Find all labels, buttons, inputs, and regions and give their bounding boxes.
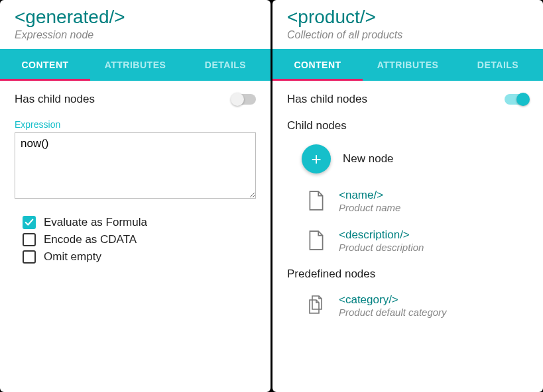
has-child-label: Has child nodes [15, 93, 95, 106]
tab-details[interactable]: DETAILS [453, 49, 543, 81]
check-label: Omit empty [44, 250, 101, 264]
node-subtitle: Collection of all products [287, 29, 528, 41]
file-icon [306, 188, 327, 213]
node-item-text: <category/> Product default category [339, 293, 447, 318]
tabs: CONTENT ATTRIBUTES DETAILS [272, 49, 543, 81]
has-child-label: Has child nodes [287, 93, 367, 106]
check-label: Evaluate as Formula [44, 216, 147, 229]
node-item-text: <name/> Product name [339, 189, 400, 213]
child-nodes-label: Child nodes [287, 119, 528, 132]
tab-details[interactable]: DETAILS [180, 49, 271, 81]
node-item-title: <description/> [339, 228, 424, 242]
node-title: <generated/> [15, 7, 256, 28]
file-icon [306, 228, 327, 253]
has-child-toggle[interactable] [232, 94, 256, 105]
new-node-button[interactable]: + New node [302, 144, 528, 173]
checkbox-icon [23, 216, 36, 229]
node-subtitle: Expression node [15, 29, 256, 41]
node-item-text: <description/> Product description [339, 228, 424, 253]
has-child-toggle[interactable] [505, 94, 528, 105]
header: <generated/> Expression node [0, 0, 271, 49]
checkbox-icon [23, 233, 36, 246]
checkbox-group: Evaluate as Formula Encode as CDATA Omit… [15, 216, 256, 264]
node-item-title: <name/> [339, 189, 400, 202]
check-label: Encode as CDATA [44, 233, 137, 246]
tab-content[interactable]: CONTENT [0, 49, 90, 81]
panel-generated: <generated/> Expression node CONTENT ATT… [0, 0, 271, 392]
tab-attributes[interactable]: ATTRIBUTES [90, 49, 180, 81]
node-item-title: <category/> [339, 293, 447, 307]
files-icon [306, 293, 327, 318]
expression-input[interactable] [15, 132, 256, 199]
checkbox-icon [23, 250, 36, 264]
node-item-subtitle: Product default category [339, 307, 447, 318]
child-node-name[interactable]: <name/> Product name [302, 188, 528, 213]
predefined-node-list: <category/> Product default category [287, 293, 528, 318]
tab-attributes[interactable]: ATTRIBUTES [363, 49, 453, 81]
check-encode-cdata[interactable]: Encode as CDATA [23, 233, 256, 246]
tabs: CONTENT ATTRIBUTES DETAILS [0, 49, 271, 81]
predefined-node-category[interactable]: <category/> Product default category [302, 293, 528, 318]
tab-content[interactable]: CONTENT [272, 49, 363, 81]
panel-product: <product/> Collection of all products CO… [272, 0, 543, 392]
body: Has child nodes Expression Evaluate as F… [0, 81, 271, 392]
check-evaluate-formula[interactable]: Evaluate as Formula [23, 216, 256, 229]
child-node-description[interactable]: <description/> Product description [302, 228, 528, 253]
body: Has child nodes Child nodes + New node <… [272, 81, 543, 392]
plus-icon: + [302, 144, 331, 173]
header: <product/> Collection of all products [272, 0, 543, 49]
child-node-list: + New node <name/> Product name <descrip… [287, 144, 528, 253]
expression-label: Expression [15, 119, 256, 130]
node-item-subtitle: Product description [339, 242, 424, 253]
has-child-row: Has child nodes [15, 93, 256, 106]
check-omit-empty[interactable]: Omit empty [23, 250, 256, 264]
node-item-subtitle: Product name [339, 202, 400, 213]
new-node-label: New node [343, 152, 394, 166]
has-child-row: Has child nodes [287, 93, 528, 106]
node-title: <product/> [287, 7, 528, 28]
predefined-nodes-label: Predefined nodes [287, 268, 528, 281]
